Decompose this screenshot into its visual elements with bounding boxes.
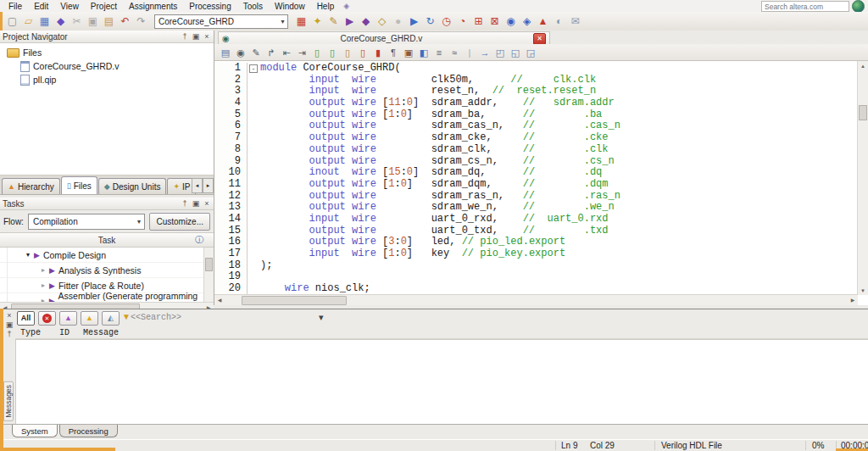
filter-critical-warnings-button[interactable]: ▲ xyxy=(59,311,77,326)
filter-all-button[interactable]: All xyxy=(17,311,35,326)
tree-item-corecourse-ghrd-v[interactable]: CoreCourse_GHRD.v xyxy=(0,59,214,73)
new-file-icon[interactable]: ▢ xyxy=(4,14,20,29)
attach-icon[interactable]: ¶ xyxy=(386,46,401,59)
message-list[interactable] xyxy=(15,339,868,425)
close-tab-button[interactable]: ✕ xyxy=(533,33,546,45)
task-vertical-scrollbar[interactable] xyxy=(203,248,214,302)
chip-planner-icon[interactable]: ◉ xyxy=(503,14,519,29)
filter-errors-button[interactable]: ✕ xyxy=(38,311,56,326)
menu-window[interactable]: Window xyxy=(269,1,311,12)
find-icon[interactable]: ◉ xyxy=(233,46,248,59)
float-window-icon[interactable]: ▣ xyxy=(192,32,200,41)
save-icon[interactable]: ▦ xyxy=(36,14,53,29)
rapid-recompile-icon[interactable]: ↻ xyxy=(422,14,438,29)
start-compilation-icon[interactable]: ▶ xyxy=(342,14,358,29)
insert-bookmark-icon[interactable]: ▯ xyxy=(309,46,325,59)
full-view-icon[interactable]: ◲ xyxy=(523,46,538,59)
scroll-down-icon[interactable]: ▼ xyxy=(858,286,868,295)
float-window-icon[interactable]: ▣ xyxy=(192,199,200,208)
chevron-down-icon[interactable]: ▾ xyxy=(319,312,324,323)
menu-assignments[interactable]: Assignments xyxy=(123,1,183,12)
menu-edit[interactable]: Edit xyxy=(28,1,54,12)
undo-icon[interactable]: ↶ xyxy=(117,14,133,29)
system-console-icon[interactable]: ◐ xyxy=(551,14,567,29)
tab-design-units[interactable]: ◆Design Units xyxy=(98,178,167,194)
editor-settings-icon[interactable]: ▤ xyxy=(218,46,233,59)
tree-item-files[interactable]: Files xyxy=(0,46,214,59)
message-search-input[interactable]: <<Search>> xyxy=(131,313,181,322)
menu-tools[interactable]: Tools xyxy=(237,1,269,12)
analyze-wave-icon[interactable]: ≈ xyxy=(447,46,462,59)
close-icon[interactable]: × xyxy=(7,311,11,320)
tab-scroll-right-icon[interactable]: ▸ xyxy=(203,178,214,193)
assignment-editor-icon[interactable]: ✎ xyxy=(326,14,342,29)
programmer-icon[interactable]: ▲ xyxy=(535,14,551,29)
pin-planner-icon[interactable]: ✦ xyxy=(309,14,326,29)
task-assembler-generate-programming-files-[interactable]: ▸▶Assembler (Generate programming files) xyxy=(0,293,214,302)
tree-expand-icon[interactable]: ▾ xyxy=(24,251,32,259)
float-window-icon[interactable]: ▣ xyxy=(6,320,14,330)
remove-bookmark-icon[interactable]: ▯ xyxy=(355,46,370,59)
close-icon[interactable]: × xyxy=(203,32,211,41)
insert-template-icon[interactable]: ▣ xyxy=(401,46,416,59)
rtl-viewer-icon[interactable]: ⊞ xyxy=(470,14,487,29)
scroll-up-icon[interactable]: ▲ xyxy=(858,61,868,70)
messages-side-tab[interactable]: Messages xyxy=(3,381,14,421)
pin-icon[interactable]: † xyxy=(181,199,189,208)
filter-warnings-button[interactable]: ▲ xyxy=(81,311,98,326)
clear-bookmarks-icon[interactable]: ▮ xyxy=(370,46,386,59)
tab-scroll-left-icon[interactable]: ◂ xyxy=(192,178,203,193)
tab-system[interactable]: System xyxy=(12,425,58,437)
timequest-icon[interactable]: ◔ xyxy=(454,14,470,29)
code-area[interactable]: 1234567891011121314151617181920 -module … xyxy=(214,61,868,305)
line-numbers-icon[interactable]: ≡ xyxy=(431,46,447,59)
stop-icon[interactable]: ● xyxy=(390,14,406,29)
tab-processing[interactable]: Processing xyxy=(59,425,118,437)
tab-files[interactable]: ▯Files xyxy=(61,176,97,194)
tab-hierarchy[interactable]: ▲Hierarchy xyxy=(2,178,60,194)
technology-viewer-icon[interactable]: ⊠ xyxy=(487,14,503,29)
task-compile-design[interactable]: ▾▶Compile Design xyxy=(0,248,214,263)
paste-icon[interactable]: ▤ xyxy=(101,14,117,29)
start-analysis-icon[interactable]: ◆ xyxy=(358,14,374,29)
search-filter-icon[interactable]: ▼ xyxy=(122,312,131,321)
redo-icon[interactable]: ↷ xyxy=(133,14,149,29)
menu-processing[interactable]: Processing xyxy=(183,1,236,12)
scroll-left-icon[interactable]: ◀ xyxy=(214,295,225,304)
task-info-icon[interactable]: ⓘ xyxy=(195,234,203,246)
editor-vertical-scrollbar[interactable]: ▲ ▼ xyxy=(857,61,868,295)
globe-icon[interactable] xyxy=(852,0,865,13)
open-file-icon[interactable]: ▱ xyxy=(20,14,36,29)
toolbar-separator[interactable]: | xyxy=(462,46,477,59)
editor-tab[interactable]: ◉ CoreCourse_GHRD.v ✕ xyxy=(218,31,550,45)
open-project-icon[interactable]: ◆ xyxy=(53,14,69,29)
menu-project[interactable]: Project xyxy=(85,1,123,12)
customize-button[interactable]: Customize... xyxy=(149,213,210,231)
feedback-icon[interactable]: ✉ xyxy=(567,14,583,29)
goto-line-icon[interactable]: ↱ xyxy=(264,46,279,59)
split-window-icon[interactable]: ◰ xyxy=(492,46,508,59)
next-bookmark-icon[interactable]: ▯ xyxy=(325,46,340,59)
new-window-icon[interactable]: ◱ xyxy=(508,46,523,59)
menu-file[interactable]: File xyxy=(3,1,28,12)
code-text[interactable]: -module CoreCourse_GHRD( input wire clk5… xyxy=(248,63,858,295)
settings-icon[interactable]: ▦ xyxy=(293,14,309,29)
tree-expand-icon[interactable]: ▸ xyxy=(39,266,47,274)
menu-view[interactable]: View xyxy=(54,1,85,12)
task-analysis-synthesis[interactable]: ▸▶Analysis & Synthesis xyxy=(0,263,214,278)
start-elaboration-icon[interactable]: ◇ xyxy=(374,14,390,29)
editor-horizontal-scrollbar[interactable]: ◀ ▶ xyxy=(214,294,858,305)
run-icon[interactable]: ▶ xyxy=(406,14,422,29)
altera-search-input[interactable] xyxy=(761,1,849,12)
goto-next-icon[interactable]: → xyxy=(477,46,492,59)
pin-icon[interactable]: † xyxy=(7,330,11,339)
copy-icon[interactable]: ▣ xyxy=(85,14,101,29)
fold-blocks-icon[interactable]: ◧ xyxy=(416,46,431,59)
cut-icon[interactable]: ✂ xyxy=(69,14,85,29)
tree-expand-icon[interactable]: ▸ xyxy=(39,281,47,289)
prev-bookmark-icon[interactable]: ▯ xyxy=(340,46,355,59)
timing-analyzer-icon[interactable]: ◷ xyxy=(438,14,454,29)
find-replace-icon[interactable]: ✎ xyxy=(248,46,264,59)
project-files-tree[interactable]: FilesCoreCourse_GHRD.vpll.qip xyxy=(0,43,214,175)
indent-icon[interactable]: ⇥ xyxy=(294,46,309,59)
